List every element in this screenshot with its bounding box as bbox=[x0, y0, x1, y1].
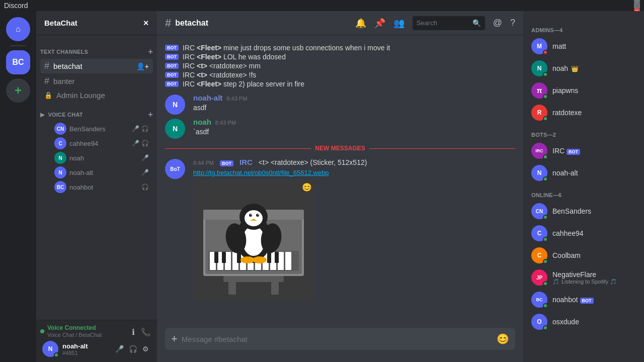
home-button[interactable]: ⌂ bbox=[6, 17, 30, 41]
hash-icon: # bbox=[44, 61, 49, 71]
voice-settings-icon[interactable]: ℹ bbox=[130, 326, 137, 338]
irc-message-1: BOT IRC <Fleet> mine just drops some usb… bbox=[157, 43, 523, 52]
at-icon[interactable]: @ bbox=[493, 18, 502, 28]
svg-point-33 bbox=[256, 214, 259, 217]
deafen-button[interactable]: 🎧 bbox=[127, 344, 139, 354]
member-name-noahbot: noahbot BOT bbox=[552, 296, 594, 304]
message-input-box: + 😊 bbox=[165, 328, 515, 350]
divider-line-right bbox=[369, 148, 515, 149]
sticker-image-container: 😊 bbox=[193, 180, 314, 303]
member-noah-alt-bot[interactable]: N noah-alt bbox=[527, 162, 640, 184]
mute-icon: 🎤 bbox=[132, 125, 139, 132]
sticker-timestamp: 8:44 PM bbox=[193, 160, 214, 166]
member-avatar-noah-alt-bot: N bbox=[531, 165, 547, 181]
channel-item-admin-lounge[interactable]: 🔒 Admin Lounge bbox=[40, 89, 153, 102]
svg-point-29 bbox=[245, 210, 263, 226]
sticker-link[interactable]: http://tg.betachat.net/ob0s0ntl/file_656… bbox=[193, 169, 329, 176]
member-name-coolbam: Coolbam bbox=[552, 251, 581, 259]
maximize-button[interactable]: □ bbox=[634, 3, 640, 9]
add-server-button[interactable]: + bbox=[6, 78, 30, 103]
voice-user-cahhee94[interactable]: C cahhee94 🎤 🎧 bbox=[40, 136, 153, 150]
help-icon[interactable]: ? bbox=[510, 18, 515, 28]
member-noah-admin[interactable]: N noah 👑 bbox=[527, 57, 640, 79]
voice-user-bensanders[interactable]: CN BenSanders 🎤 🎧 bbox=[40, 122, 153, 136]
irc-text-2: IRC <Fleet> LOL he was ddosed bbox=[183, 53, 515, 61]
irc-message-3: BOT IRC <t> <ratdotexe> mm bbox=[157, 61, 523, 70]
member-name-ratdotexe: ratdotexe bbox=[552, 109, 582, 117]
notification-bell-icon[interactable]: 🔔 bbox=[355, 18, 366, 29]
member-avatar-osxdude: O bbox=[531, 314, 547, 330]
voice-user-avatar-cahhee94: C bbox=[54, 137, 66, 149]
voice-disconnect-icon[interactable]: 📞 bbox=[139, 326, 153, 338]
deaf-icon: 🎧 bbox=[141, 125, 149, 132]
add-button[interactable]: + bbox=[171, 332, 178, 345]
member-ratdotexe[interactable]: R ratdotexe bbox=[527, 102, 640, 124]
message-text-2: `asdf bbox=[193, 127, 515, 137]
search-bar[interactable]: 🔍 bbox=[413, 16, 485, 30]
status-dot-piapwns bbox=[543, 94, 548, 99]
member-noahbot[interactable]: BC noahbot BOT bbox=[527, 289, 640, 311]
pin-icon[interactable]: 📌 bbox=[374, 18, 385, 29]
server-header[interactable]: BetaChat ✕ bbox=[36, 11, 157, 35]
member-matt[interactable]: M matt bbox=[527, 35, 640, 57]
username: noah-alt bbox=[62, 342, 109, 350]
bot-badge-3: BOT bbox=[165, 63, 179, 69]
voice-user-noahbot[interactable]: BC noahbot 🎧 bbox=[40, 180, 153, 194]
channel-list: Text Channels + # betachat 👤+ # banter 🔒… bbox=[36, 35, 157, 320]
member-irc-bot[interactable]: IRC IRC BOT bbox=[527, 140, 640, 162]
status-dot-cahhee94 bbox=[543, 237, 548, 242]
irc-message-4: BOT IRC <t> <ratdotexe> !fs bbox=[157, 70, 523, 79]
voice-user-avatar-noah-alt: N bbox=[54, 166, 66, 178]
channel-label-betachat: betachat bbox=[53, 62, 83, 70]
bot-tag-irc: BOT bbox=[567, 149, 580, 155]
channel-label-banter: banter bbox=[53, 77, 75, 85]
member-avatar-noah-admin: N bbox=[531, 60, 547, 76]
voice-user-noah-alt[interactable]: N noah-alt 🎤 bbox=[40, 165, 153, 179]
voice-channels-category: ▶ Voice Chat + bbox=[36, 102, 157, 121]
messages-list: BOT IRC <Fleet> mine just drops some usb… bbox=[157, 35, 523, 328]
member-avatar-piapwns: π bbox=[531, 82, 547, 99]
server-list: ⌂ BC + bbox=[0, 11, 36, 362]
channel-hash-icon: # bbox=[165, 17, 171, 30]
user-settings-button[interactable]: ⚙ bbox=[140, 344, 151, 354]
message-username-noah: noah bbox=[193, 118, 211, 126]
status-dot-matt bbox=[543, 50, 548, 55]
member-bensanders[interactable]: CN BenSanders bbox=[527, 200, 640, 222]
message-group-noah: N noah 8:43 PM `asdf bbox=[157, 117, 523, 140]
member-coolbam[interactable]: C Coolbam bbox=[527, 244, 640, 266]
emoji-button[interactable]: 😊 bbox=[497, 333, 509, 345]
voice-user-name-cahhee94: cahhee94 bbox=[69, 140, 98, 147]
members-icon[interactable]: 👥 bbox=[393, 18, 405, 29]
member-negativeflare[interactable]: JP NegativeFlare 🎵 Listening to Spotify … bbox=[527, 266, 640, 289]
bots-category: BOTS—2 bbox=[527, 124, 640, 140]
titlebar-title: Discord bbox=[4, 2, 28, 10]
add-channel-icon[interactable]: + bbox=[148, 47, 153, 56]
svg-point-34 bbox=[251, 214, 252, 215]
channel-item-betachat[interactable]: # betachat 👤+ bbox=[40, 59, 153, 73]
mute-button[interactable]: 🎤 bbox=[113, 344, 126, 354]
search-input[interactable] bbox=[417, 19, 469, 27]
add-user-icon[interactable]: 👤+ bbox=[136, 62, 149, 70]
admins-category: ADMINS—4 bbox=[527, 19, 640, 35]
server-icon-betachat[interactable]: BC bbox=[6, 50, 30, 74]
text-channels-category: Text Channels + bbox=[36, 39, 157, 58]
message-input[interactable] bbox=[182, 329, 493, 349]
sticker-emoji-button[interactable]: 😊 bbox=[302, 183, 312, 192]
member-osxdude[interactable]: O osxdude bbox=[527, 311, 640, 333]
member-cahhee94[interactable]: C cahhee94 bbox=[527, 222, 640, 244]
voice-category-label: ▶ Voice Chat bbox=[40, 112, 83, 118]
member-avatar-cahhee94: C bbox=[531, 225, 547, 241]
sticker-svg bbox=[193, 180, 314, 301]
voice-user-avatar-noahbot: BC bbox=[54, 181, 66, 193]
svg-rect-21 bbox=[267, 252, 271, 263]
voice-user-noah[interactable]: N noah 🎤 bbox=[40, 151, 153, 165]
member-avatar-bensanders: CN bbox=[531, 203, 547, 219]
svg-rect-18 bbox=[237, 252, 241, 263]
status-dot-osxdude bbox=[543, 325, 548, 330]
add-voice-channel-icon[interactable]: + bbox=[148, 110, 153, 119]
channel-item-banter[interactable]: # banter bbox=[40, 74, 153, 88]
voice-user-name-noah: noah bbox=[69, 154, 84, 162]
member-piapwns[interactable]: π piapwns bbox=[527, 79, 640, 102]
message-timestamp-1: 8:43 PM bbox=[226, 96, 247, 102]
svg-rect-25 bbox=[271, 282, 279, 295]
